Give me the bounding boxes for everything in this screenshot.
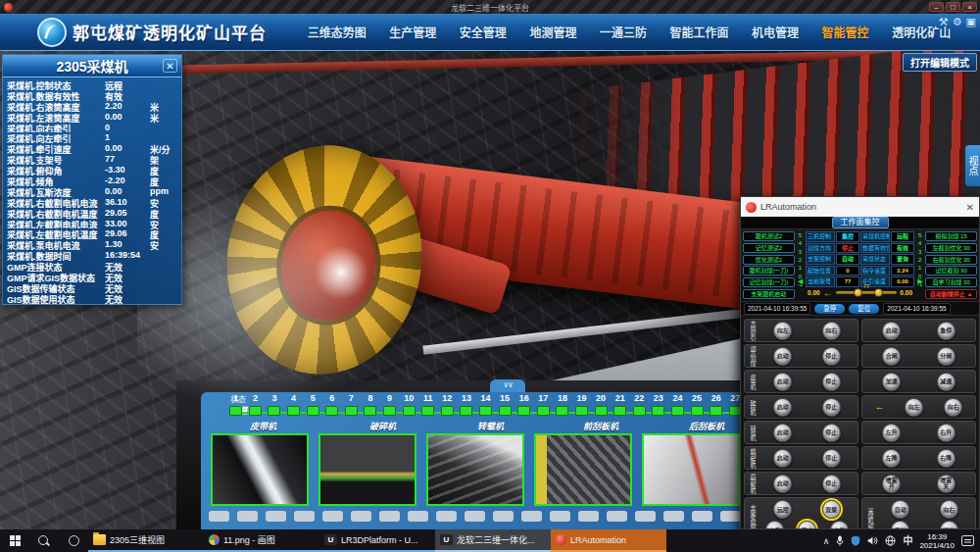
nav-item[interactable]: 智能管控 [822,24,869,40]
lrautomation-titlebar[interactable]: LRAutomation ✕ [741,197,979,217]
round-control-button[interactable]: 启动 [773,424,792,442]
channel-status-square[interactable] [613,406,626,416]
round-control-button[interactable]: 向左 [905,398,923,417]
taskbar-app[interactable]: 2305三维视图 [88,529,204,552]
tray-chevron-icon[interactable]: ∧ [823,536,830,546]
channel-status-square[interactable] [268,406,280,416]
round-control-button[interactable]: 向右 [944,398,962,417]
ime-indicator[interactable]: 中 [903,536,912,546]
camera-thumb[interactable] [211,433,309,506]
round-control-button[interactable]: 双泵 [822,500,841,519]
network-globe-icon[interactable] [885,535,896,546]
round-control-button[interactable]: 远控 [773,500,792,519]
round-control-button[interactable]: 加速 [882,373,901,391]
round-control-button[interactable]: 分闸 [937,347,956,366]
defender-shield-icon[interactable] [851,535,860,546]
filmstrip-chip[interactable] [607,511,627,522]
gear-icon[interactable]: ⚙ [953,16,962,28]
round-control-button[interactable]: 急停 [937,322,956,340]
channel-status-square[interactable] [421,406,434,416]
channel-status-square[interactable] [499,406,512,416]
console-button[interactable]: 记忆截割 30 [925,266,977,276]
round-control-button[interactable]: 启动 [773,373,792,391]
slider-track[interactable]: 77 [836,291,898,294]
start-button[interactable] [0,529,29,552]
round-control-button[interactable]: 启动 [773,475,792,493]
filmstrip-chip[interactable] [465,511,485,522]
channel-status-square[interactable] [460,406,472,416]
round-control-button[interactable]: 左降 [882,449,901,468]
console-alert-button[interactable]: 自动割煤停止 ▲ [925,289,977,299]
nav-item[interactable]: 地测管理 [529,24,576,40]
console-button[interactable]: 模拟割煤 15 [925,231,977,241]
round-control-button[interactable]: 自动 [891,500,909,519]
round-control-button[interactable]: 减速 [937,373,956,391]
filmstrip-chip[interactable] [436,511,457,522]
maximize-button[interactable]: □ [946,2,960,12]
round-control-button[interactable]: 停止 [798,521,816,528]
cortana-button[interactable] [59,529,88,552]
reset-pill-button[interactable]: 复位 [849,304,879,314]
channel-status-square[interactable] [691,406,704,416]
round-control-button[interactable]: 停止 [822,475,841,493]
taskbar-app[interactable]: ULR3DPlatform - U... [319,529,435,552]
camera-thumb[interactable] [642,433,740,506]
filmstrip-chip[interactable] [351,511,371,522]
filmstrip-chip[interactable] [379,511,400,522]
console-button[interactable]: 支架跟机启动 [743,289,795,299]
channel-status-square[interactable] [556,406,568,416]
speaker-icon[interactable] [867,535,878,546]
round-control-button[interactable]: 启动 [773,398,792,417]
round-control-button[interactable]: 右升 [937,424,956,442]
nav-item[interactable]: 机电管理 [752,24,799,40]
channel-status-square[interactable] [403,406,416,416]
tray-clock[interactable]: 16:39 2021/4/10 [919,532,955,550]
channel-status-square[interactable] [364,406,376,416]
console-button[interactable]: 跟机割煤(一刀) [743,266,795,276]
camera-thumb[interactable] [318,433,416,506]
taskbar-app[interactable]: U龙软二三维一体化... [435,529,551,552]
round-control-button[interactable]: 合闸 [882,347,901,366]
minimize-button[interactable]: – [929,2,944,12]
taskbar-app[interactable]: LRAutomation [551,529,666,552]
lrautomation-close-icon[interactable]: ✕ [966,202,974,213]
filmstrip-chip[interactable] [663,511,684,522]
round-control-button[interactable]: 停止 [822,449,841,468]
channel-status-square[interactable] [307,406,319,416]
nav-item[interactable]: 一通三防 [600,24,647,40]
round-control-button[interactable]: 向左 [773,322,792,340]
round-control-button[interactable]: 手动 [891,521,909,528]
round-control-button[interactable]: 停止 [822,424,841,442]
filmstrip-chip[interactable] [294,511,315,522]
channel-status-square[interactable] [710,406,722,416]
round-control-button[interactable]: 下动 [940,521,958,528]
round-control-button[interactable]: 喷雾开 [882,475,901,493]
action-center-icon[interactable] [961,535,974,546]
channel-status-square[interactable] [633,406,646,416]
channel-status-square[interactable] [595,406,608,416]
filmstrip-chip[interactable] [578,511,599,522]
round-control-button[interactable]: 启动 [773,449,792,468]
nav-item[interactable]: 生产管理 [389,24,436,40]
filmstrip-chip[interactable] [322,511,343,522]
viewpoint-tab[interactable]: 视点 [965,145,980,186]
panel-close-icon[interactable]: ✕ [163,59,177,73]
console-button[interactable]: 记忆割煤(一刀) [743,277,795,287]
channel-status-square[interactable] [671,406,684,416]
channel-status-square[interactable] [249,406,262,416]
channel-status-square[interactable] [441,406,454,416]
round-control-button[interactable]: 小泵 [765,521,784,528]
filmstrip-chip[interactable] [521,511,542,522]
console-button[interactable]: 右截割优化 30 [925,255,977,265]
close-button[interactable]: × [962,2,977,12]
nav-item[interactable]: 三维态势图 [308,24,367,40]
filmstrip-chip[interactable] [720,511,741,522]
console-button[interactable]: 记忆测试2 [743,243,795,253]
channel-status-square[interactable] [479,406,492,416]
channel-status-square[interactable] [575,406,588,416]
collapse-chevron-icon[interactable]: ∨∨ [490,379,525,392]
taskbar-app[interactable]: 11.png - 画图 [204,529,319,552]
round-control-button[interactable]: 向右 [940,500,958,519]
open-edit-mode-button[interactable]: 打开编辑模式 [903,53,977,72]
filmstrip-chip[interactable] [209,511,229,522]
